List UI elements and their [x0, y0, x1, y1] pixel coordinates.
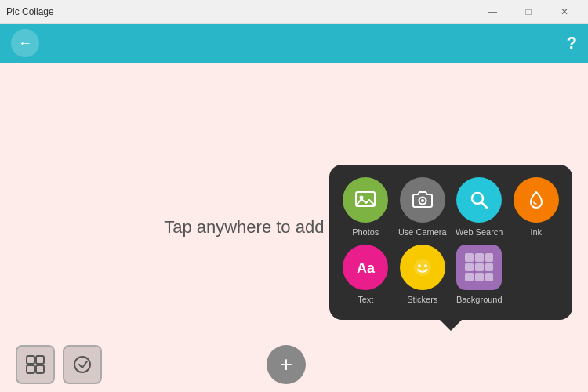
photos-svg — [354, 188, 377, 212]
title-bar-left: Pic Collage — [6, 6, 54, 17]
close-button[interactable]: ✕ — [547, 0, 582, 24]
bg-cell-3 — [485, 253, 494, 262]
photos-icon-circle — [343, 177, 388, 223]
text-svg: Aa — [354, 256, 377, 279]
svg-rect-13 — [36, 365, 44, 373]
ink-icon-circle — [514, 177, 559, 223]
background-grid — [465, 253, 493, 281]
sticker-icon-circle — [400, 245, 445, 290]
title-bar: Pic Collage — □ ✕ — [0, 0, 588, 24]
crop-button[interactable] — [63, 345, 102, 384]
search-label: Web Search — [456, 227, 503, 237]
bg-cell-9 — [485, 273, 494, 281]
svg-line-5 — [482, 203, 488, 209]
svg-text:Aa: Aa — [357, 260, 376, 276]
popup-menu: Photos Use Camera Web Search — [329, 165, 572, 320]
menu-item-web-search[interactable]: Web Search — [452, 177, 506, 237]
svg-rect-12 — [27, 365, 34, 373]
svg-rect-10 — [27, 356, 34, 364]
bg-cell-8 — [475, 273, 484, 281]
app-title: Pic Collage — [6, 6, 54, 17]
minimize-button[interactable]: — — [475, 0, 510, 24]
camera-label: Use Camera — [398, 227, 447, 237]
help-button[interactable]: ? — [567, 33, 577, 53]
menu-item-background[interactable]: Background — [452, 245, 506, 304]
bg-cell-7 — [465, 273, 474, 281]
svg-point-3 — [421, 199, 424, 202]
ink-svg — [524, 188, 548, 212]
bg-cell-5 — [475, 263, 484, 272]
app-header: ← ? — [0, 24, 588, 63]
photos-label: Photos — [352, 227, 379, 237]
crop-icon — [71, 354, 93, 376]
bg-cell-1 — [465, 253, 474, 262]
menu-item-stickers[interactable]: Stickers — [396, 245, 450, 304]
svg-point-7 — [414, 259, 431, 276]
layout-button[interactable] — [16, 345, 55, 384]
back-icon: ← — [18, 35, 32, 52]
text-icon-circle: Aa — [343, 245, 388, 290]
canvas-area[interactable]: Tap anywhere to add photos Photos — [0, 63, 588, 392]
svg-rect-11 — [36, 356, 44, 364]
background-icon-circle — [456, 245, 502, 290]
search-svg — [467, 188, 491, 212]
bg-cell-6 — [485, 263, 494, 272]
layout-icon — [24, 354, 46, 376]
back-button[interactable]: ← — [11, 29, 39, 57]
text-label: Text — [358, 295, 373, 304]
bottom-icons — [16, 345, 102, 384]
background-label: Background — [456, 295, 503, 304]
menu-item-photos[interactable]: Photos — [339, 177, 393, 237]
sticker-svg — [411, 256, 434, 279]
camera-icon-circle — [400, 177, 445, 223]
help-icon: ? — [567, 33, 577, 53]
svg-point-9 — [424, 264, 427, 267]
add-icon: + — [280, 352, 292, 377]
stickers-label: Stickers — [407, 295, 437, 304]
menu-item-ink[interactable]: Ink — [510, 177, 564, 237]
bg-cell-2 — [475, 253, 484, 262]
bg-cell-4 — [465, 263, 474, 272]
svg-rect-0 — [356, 192, 375, 206]
svg-rect-14 — [74, 357, 90, 372]
add-button[interactable]: + — [267, 345, 306, 384]
menu-item-text[interactable]: Aa Text — [339, 245, 393, 304]
search-icon-circle — [456, 177, 502, 223]
camera-svg — [411, 188, 434, 212]
title-bar-controls: — □ ✕ — [475, 0, 582, 24]
maximize-button[interactable]: □ — [511, 0, 546, 24]
svg-point-8 — [418, 264, 421, 267]
menu-item-use-camera[interactable]: Use Camera — [396, 177, 450, 237]
ink-label: Ink — [530, 227, 542, 237]
